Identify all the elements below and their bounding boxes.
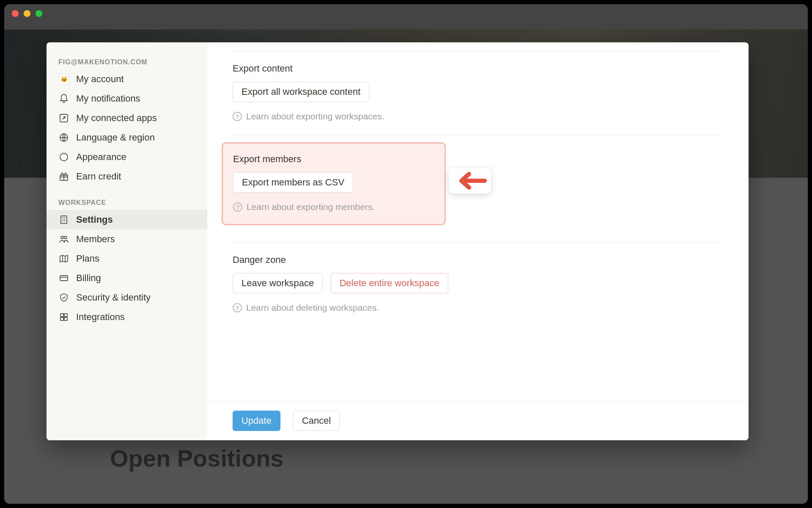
help-icon: ? xyxy=(233,112,242,121)
sidebar-item-security-identity[interactable]: Security & identity xyxy=(47,288,207,307)
svg-point-5 xyxy=(61,236,63,239)
export-members-section: Export members Export members as CSV ? L… xyxy=(233,135,723,242)
sidebar-item-appearance[interactable]: Appearance xyxy=(47,147,207,167)
settings-scroll-area[interactable]: Export content Export all workspace cont… xyxy=(207,42,749,401)
help-text: Learn about deleting workspaces. xyxy=(246,303,379,313)
window-close-button[interactable] xyxy=(12,10,19,17)
svg-point-6 xyxy=(64,236,67,239)
svg-rect-11 xyxy=(64,318,67,320)
sidebar-item-label: Integrations xyxy=(76,312,125,323)
sidebar-item-my-notifications[interactable]: My notifications xyxy=(47,89,207,108)
people-icon xyxy=(58,234,69,245)
sidebar-item-label: Billing xyxy=(76,273,101,284)
modal-footer: Update Cancel xyxy=(207,401,749,440)
window-controls xyxy=(12,10,42,17)
sidebar-item-label: My account xyxy=(76,74,124,85)
sidebar-item-label: My notifications xyxy=(76,93,140,104)
sidebar-item-billing[interactable]: Billing xyxy=(47,268,207,288)
sidebar-item-label: Language & region xyxy=(76,132,155,143)
sidebar-item-settings[interactable]: Settings xyxy=(47,210,207,229)
moon-icon xyxy=(58,152,69,163)
help-text: Learn about exporting workspaces. xyxy=(246,111,384,121)
svg-rect-8 xyxy=(60,314,63,317)
external-link-icon xyxy=(58,113,69,124)
shield-icon xyxy=(58,292,69,303)
cancel-button[interactable]: Cancel xyxy=(293,411,340,431)
sidebar-section-account-header: FIG@MAKENOTION.COM xyxy=(47,54,207,69)
bell-icon xyxy=(58,93,69,104)
avatar-icon: 🐱 xyxy=(58,74,69,85)
sidebar-item-language-region[interactable]: Language & region xyxy=(47,128,207,147)
help-icon: ? xyxy=(233,202,242,212)
sidebar-item-connected-apps[interactable]: My connected apps xyxy=(47,108,207,128)
svg-rect-7 xyxy=(60,276,68,281)
building-icon xyxy=(58,214,69,225)
credit-card-icon xyxy=(58,273,69,284)
svg-rect-9 xyxy=(64,314,67,317)
sidebar-item-label: Earn credit xyxy=(76,171,121,182)
map-icon xyxy=(58,253,69,264)
arrow-left-icon xyxy=(449,168,491,193)
export-members-csv-button[interactable]: Export members as CSV xyxy=(233,172,353,193)
sidebar-section-workspace-header: WORKSPACE xyxy=(47,195,207,210)
svg-rect-10 xyxy=(60,318,63,320)
sidebar-item-label: Settings xyxy=(76,214,113,225)
globe-icon xyxy=(58,132,69,143)
sidebar-item-label: Security & identity xyxy=(76,292,151,303)
sidebar-item-label: Plans xyxy=(76,253,99,264)
sidebar-item-earn-credit[interactable]: Earn credit xyxy=(47,167,207,186)
update-button[interactable]: Update xyxy=(233,411,280,431)
help-text: Learn about exporting members. xyxy=(247,202,375,212)
export-members-help-link[interactable]: ? Learn about exporting members. xyxy=(233,202,434,212)
danger-zone-title: Danger zone xyxy=(233,254,723,265)
export-content-title: Export content xyxy=(233,63,723,74)
svg-rect-4 xyxy=(61,216,67,224)
delete-workspace-button[interactable]: Delete entire workspace xyxy=(331,273,448,293)
sidebar-item-integrations[interactable]: Integrations xyxy=(47,307,207,327)
export-all-content-button[interactable]: Export all workspace content xyxy=(233,82,369,102)
leave-workspace-button[interactable]: Leave workspace xyxy=(233,273,323,293)
svg-point-2 xyxy=(60,153,68,161)
sidebar-item-plans[interactable]: Plans xyxy=(47,249,207,268)
sidebar-item-members[interactable]: Members xyxy=(47,229,207,249)
settings-sidebar: FIG@MAKENOTION.COM 🐱 My account My notif… xyxy=(47,42,207,440)
help-icon: ? xyxy=(233,303,242,312)
export-members-highlight: Export members Export members as CSV ? L… xyxy=(222,142,446,225)
grid-icon xyxy=(58,312,69,323)
sidebar-item-my-account[interactable]: 🐱 My account xyxy=(47,69,207,89)
sidebar-item-label: My connected apps xyxy=(76,113,157,124)
window-minimize-button[interactable] xyxy=(24,10,30,17)
settings-modal: FIG@MAKENOTION.COM 🐱 My account My notif… xyxy=(47,42,749,440)
app-window: Open Positions FIG@MAKENOTION.COM 🐱 My a… xyxy=(4,4,808,504)
danger-zone-section: Danger zone Leave workspace Delete entir… xyxy=(233,242,723,326)
export-content-section: Export content Export all workspace cont… xyxy=(233,51,723,135)
window-zoom-button[interactable] xyxy=(36,10,42,17)
settings-content: Export content Export all workspace cont… xyxy=(207,42,749,440)
export-content-help-link[interactable]: ? Learn about exporting workspaces. xyxy=(233,111,723,121)
sidebar-item-label: Appearance xyxy=(76,152,126,163)
gift-icon xyxy=(58,171,69,182)
sidebar-item-label: Members xyxy=(76,234,115,245)
export-members-title: Export members xyxy=(233,154,434,165)
danger-zone-help-link[interactable]: ? Learn about deleting workspaces. xyxy=(233,303,723,313)
